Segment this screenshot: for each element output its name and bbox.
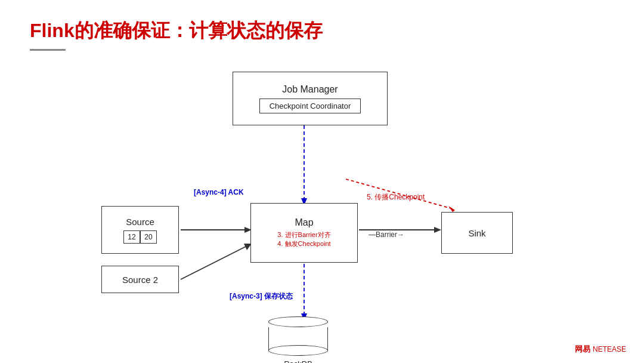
netease-text: NETEASE — [593, 345, 626, 353]
rockdb-label: RockDB — [284, 359, 312, 363]
step5-label: 5. 传播Checkpoint — [367, 192, 425, 202]
cylinder-body — [268, 327, 328, 351]
map-box: Map 3. 进行Barrier对齐 4. 触发Checkpoint — [250, 203, 358, 263]
cylinder-bottom-ellipse — [268, 345, 328, 356]
checkpoint-coordinator-box: Checkpoint Coordinator — [259, 99, 361, 113]
source1-label: Source — [126, 217, 154, 227]
source-cell-2: 20 — [140, 230, 157, 244]
slide-title: Flink的准确保证：计算状态的保存 — [30, 18, 614, 44]
source-cell-1: 12 — [123, 230, 140, 244]
slide-container: Flink的准确保证：计算状态的保存 — [0, 0, 644, 363]
sink-box: Sink — [441, 212, 513, 254]
svg-line-4 — [181, 245, 249, 279]
netease-icon: 网易 — [575, 344, 590, 355]
rockdb-cylinder — [268, 316, 328, 351]
source1-box: Source 12 20 — [101, 206, 179, 254]
cylinder-top — [268, 316, 328, 327]
job-manager-box: Job Manager Checkpoint Coordinator — [233, 72, 388, 125]
svg-marker-9 — [448, 206, 455, 212]
async3-label: [Async-3] 保存状态 — [230, 291, 293, 302]
checkpoint-coordinator-label: Checkpoint Coordinator — [270, 101, 351, 110]
job-manager-label: Job Manager — [282, 84, 338, 95]
sink-label: Sink — [468, 228, 485, 238]
map-step4: 4. 触发Checkpoint — [277, 239, 330, 248]
map-step3: 3. 进行Barrier对齐 — [277, 230, 330, 239]
title-underline — [30, 49, 66, 51]
source-cells: 12 20 — [123, 230, 157, 244]
source2-box: Source 2 — [101, 266, 179, 293]
rockdb-container: RockDB — [268, 316, 328, 363]
async4-label: [Async-4] ACK — [194, 188, 244, 196]
diagram-area: Job Manager Checkpoint Coordinator Sourc… — [36, 60, 608, 352]
svg-marker-7 — [434, 227, 441, 233]
map-label: Map — [295, 217, 313, 228]
netease-logo: 网易 NETEASE — [575, 344, 626, 355]
source2-label: Source 2 — [122, 275, 158, 285]
map-steps: 3. 进行Barrier对齐 4. 触发Checkpoint — [277, 230, 330, 249]
barrier-label: —Barrier→ — [369, 230, 404, 239]
